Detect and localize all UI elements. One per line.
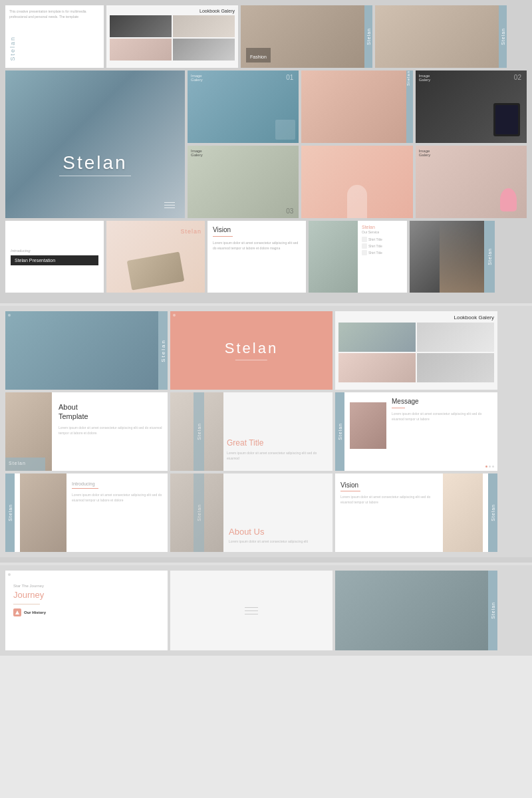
shoes-photo xyxy=(127,251,185,290)
teal-side-bar: Stelan xyxy=(484,221,495,293)
stelan-presentation-box[interactable]: Stelan Presentation xyxy=(11,255,98,265)
fashion-label: Fashion xyxy=(246,48,271,63)
pink-title-line xyxy=(235,360,267,360)
intro2-content: Introducing Lorem ipsum dolor sit amet c… xyxy=(72,481,162,503)
slide-gallery-woman[interactable]: Stelan xyxy=(301,70,412,143)
vision2-divider xyxy=(340,491,360,491)
hamburger-menu[interactable] xyxy=(164,202,175,208)
slide-clothes-photo[interactable]: Stelan xyxy=(335,571,497,650)
vision2-shoes-photo xyxy=(443,473,483,552)
lookbook-large-grid xyxy=(338,323,494,382)
vision2-text: Lorem ipsum dolor sit amet consectetur a… xyxy=(340,494,438,505)
great-text: Lorem ipsum dolor sit amet consectetur a… xyxy=(227,450,327,461)
slide-vision[interactable]: Vision Lorem ipsum dolor sit amet consec… xyxy=(207,221,306,293)
slide-gallery-objects[interactable]: Image Galery xyxy=(416,146,527,218)
journey-icon-inner xyxy=(15,610,19,614)
vision2-brand-bar: Stelan xyxy=(488,473,497,552)
gallery-label-03: Image Galery xyxy=(191,149,203,157)
slide-introducing-2[interactable]: Stelan Introducing Lorem ipsum dolor sit… xyxy=(5,473,168,552)
gallery-num-02: 02 xyxy=(514,74,521,81)
lookbook-photo-1 xyxy=(110,15,172,37)
figure-silhouette xyxy=(347,185,367,218)
pink-lamp-object xyxy=(500,188,517,211)
menu-lines-display xyxy=(245,607,258,614)
lb-large-2 xyxy=(417,323,494,352)
vision-title: Vision xyxy=(213,226,301,233)
introducing-sub-2: Introducing xyxy=(72,481,162,486)
slide-vision-2[interactable]: Stelan Vision Lorem ipsum dolor sit amet… xyxy=(335,473,497,552)
slide-fashion-2[interactable]: Stelan xyxy=(375,5,507,68)
lookbook-large-title: Lookbook Galery xyxy=(338,315,494,321)
stelan-right-bar: Stelan xyxy=(158,311,168,390)
journey-history-label: Our History xyxy=(24,610,46,614)
intro2-photo xyxy=(20,473,66,552)
service-item-1: Shirt Title xyxy=(362,237,403,242)
gallery-label-last: Image Galery xyxy=(419,149,431,157)
introducing-label: Introducing xyxy=(11,249,98,253)
bottom-row-1: Star The Journey Journey Our History xyxy=(5,571,527,650)
about-brand-label: Stelan xyxy=(9,456,26,467)
slide-intro-text[interactable]: This creative presentation template is f… xyxy=(5,5,104,68)
slide-shoes[interactable]: Stelan xyxy=(106,221,205,293)
message-photo xyxy=(350,402,386,449)
tablet-screen xyxy=(495,105,518,134)
lookbook-photo-2 xyxy=(173,15,235,37)
dark-photo-overlay xyxy=(440,221,484,293)
slide-stelan-main[interactable]: Stelan xyxy=(5,70,185,218)
our-service-label: Our Service xyxy=(362,230,403,234)
menu-line-3 xyxy=(164,207,175,208)
slide-introducing[interactable]: Introducing Stelan Presentation xyxy=(5,221,104,293)
clothes-bg xyxy=(335,571,497,650)
about-us-bar: Stelan xyxy=(194,473,204,552)
vision-text: Lorem ipsum dolor sit amet consectetur a… xyxy=(213,240,301,251)
service-icon-3 xyxy=(362,250,367,255)
slide-gallery-03[interactable]: Image Galery 03 xyxy=(188,146,299,218)
gallery-thumb-01 xyxy=(275,120,295,140)
top-section: This creative presentation template is f… xyxy=(0,0,532,298)
slide-lookbook-galery[interactable]: Lookbook Galery xyxy=(106,5,238,68)
about-us-content: About Us Lorem ipsum dolor sit amet cons… xyxy=(229,527,327,544)
stelan-service-brand: Stelan xyxy=(362,225,403,229)
tablet-mockup xyxy=(493,103,520,136)
slide-dark-fashion[interactable]: Stelan xyxy=(410,221,495,293)
service-item-2: Shirt Title xyxy=(362,243,403,249)
row-1: This creative presentation template is f… xyxy=(5,5,527,68)
mid-row-1: Stelan Stelan Lookbook Galery xyxy=(5,311,527,390)
message-dot-nav xyxy=(485,466,494,467)
slide-about[interactable]: Stelan AboutTemplate Lorem ipsum dolor s… xyxy=(5,392,168,471)
slide-journey[interactable]: Star The Journey Journey Our History xyxy=(5,571,168,650)
slide-stelan-pink[interactable]: Stelan xyxy=(170,311,332,390)
slide-service[interactable]: Stelan Our Service Shirt Title Shirt Tit… xyxy=(309,221,407,293)
slide-fashion-1[interactable]: Stelan Fashion xyxy=(241,5,372,68)
menu-disp-line-2 xyxy=(245,610,258,611)
slide-gallery-01[interactable]: Image Galery 01 xyxy=(188,70,299,143)
lookbook-title: Lookbook Galery xyxy=(110,9,235,13)
about-us-title: About Us xyxy=(229,527,327,537)
message-divider xyxy=(392,408,405,408)
main-container: This creative presentation template is f… xyxy=(0,0,532,656)
row-2: Stelan Image Galery 01 xyxy=(5,70,527,218)
slide-message[interactable]: Stelan Message Lorem ipsum dolor sit ame… xyxy=(335,392,497,471)
slide-great-title[interactable]: Stelan Great Title Lorem ipsum dolor sit… xyxy=(170,392,332,471)
slide-lookbook-large[interactable]: Lookbook Galery xyxy=(335,311,497,390)
about-us-text: Lorem ipsum dolor sit amet consectetur a… xyxy=(229,539,327,544)
pink-title: Stelan xyxy=(225,340,278,357)
slide-menu-lines[interactable] xyxy=(170,571,332,650)
service-photo xyxy=(309,221,358,293)
slide-stelan-photo-large[interactable]: Stelan xyxy=(5,311,168,390)
journey-subtitle: Star The Journey xyxy=(13,584,160,588)
about-text-area: AboutTemplate Lorem ipsum dolor sit amet… xyxy=(59,402,162,436)
gallery-num-03: 03 xyxy=(286,207,293,215)
clothes-brand-bar: Stelan xyxy=(488,571,497,650)
vision2-title: Vision xyxy=(340,481,438,489)
right-gallery-grid: Image Galery 01 Stelan Image Ga xyxy=(188,70,527,218)
menu-disp-line-3 xyxy=(245,614,258,614)
vision2-content: Vision Lorem ipsum dolor sit amet consec… xyxy=(340,481,438,505)
slide-gallery-figure[interactable] xyxy=(301,146,412,218)
lookbook-photo-3 xyxy=(110,39,172,61)
service-icon-2 xyxy=(362,243,367,249)
mid-row-2: Stelan AboutTemplate Lorem ipsum dolor s… xyxy=(5,392,527,471)
about-title: AboutTemplate xyxy=(59,402,162,422)
slide-gallery-02[interactable]: Image Galery 02 xyxy=(416,70,527,143)
slide-about-us[interactable]: Stelan About Us Lorem ipsum dolor sit am… xyxy=(170,473,332,552)
